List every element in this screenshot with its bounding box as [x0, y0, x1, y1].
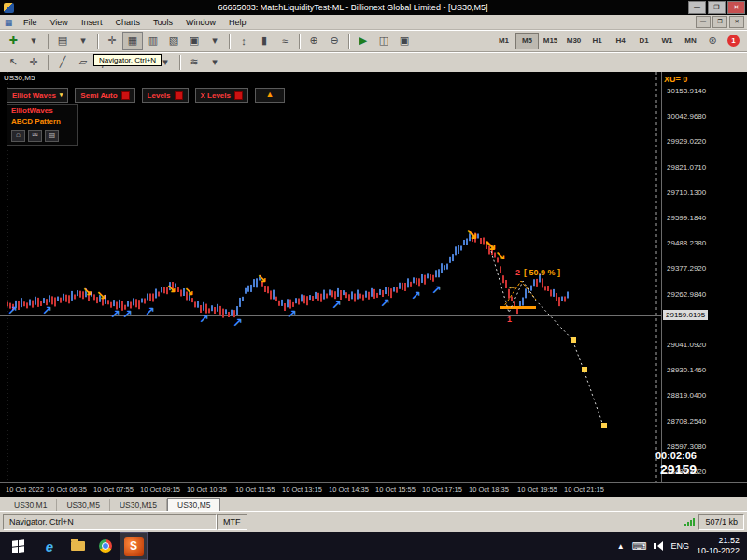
search-icon[interactable]: ⊛ — [702, 32, 723, 50]
candle — [357, 290, 359, 300]
panel-button-label: X Levels — [201, 91, 231, 100]
taskbar-trading-app-button[interactable]: S — [120, 532, 148, 560]
candle — [141, 299, 143, 303]
taskbar-ie-button[interactable]: e — [35, 532, 63, 560]
chart-plot[interactable]: ↘↘↘↘↘↘↘↘↗↗↗↗↗↗↗↗↗↗↗↗12[ 50.9 % ]↔ — [0, 72, 661, 482]
timeframe-m1[interactable]: M1 — [492, 33, 515, 49]
crosshair-icon[interactable]: ✛ — [102, 32, 122, 50]
connection-status: 507/1 kb — [698, 514, 744, 530]
buy-signal-arrow-icon: ↗ — [42, 303, 52, 317]
candle — [432, 275, 434, 282]
taskbar-clock[interactable]: 21:52 10-10-2022 — [697, 536, 740, 556]
candle — [222, 309, 224, 318]
touch-keyboard-icon[interactable]: ⌨ — [632, 540, 647, 553]
triangle-button[interactable]: ▲ — [255, 88, 285, 103]
channel-tool-icon[interactable]: ▱ — [73, 53, 93, 72]
chart-tab-us30-m5[interactable]: US30,M5 — [167, 498, 220, 511]
candle — [287, 299, 289, 307]
chart-tab-us30-m15[interactable]: US30,M15 — [110, 499, 167, 511]
panel-button-x-levels[interactable]: X Levels — [195, 88, 248, 103]
window-title: 66665083: MatchLiquidityTest-ML - Billio… — [18, 3, 688, 12]
menu-tools[interactable]: Tools — [147, 18, 179, 27]
bar-chart-icon[interactable]: ↕ — [233, 32, 254, 50]
timeframe-h4[interactable]: H4 — [609, 33, 632, 49]
indicator-dropdown-icons: ⌂✉▤ — [8, 128, 76, 144]
panel-button-elliot-waves[interactable]: Elliot Waves▾ — [7, 88, 68, 103]
candle — [63, 294, 64, 301]
new-chart-icon[interactable]: ▣ — [184, 32, 204, 50]
dropdown-item-abcd-pattern[interactable]: ABCD Pattern — [8, 117, 76, 128]
candle — [158, 292, 160, 297]
minimize-button[interactable]: — — [688, 1, 706, 14]
candle — [133, 298, 134, 305]
toolbar-separator — [229, 34, 230, 49]
timeframe-d1[interactable]: D1 — [632, 33, 655, 49]
start-button[interactable] — [0, 532, 35, 560]
chart-tab-us30-m5[interactable]: US30,M5 — [57, 499, 109, 511]
zoom-in-icon[interactable]: ⊕ — [303, 32, 324, 50]
mail-icon[interactable]: ✉ — [28, 130, 42, 142]
chevron-down-icon: ▾ — [60, 91, 63, 99]
candlestick-chart-icon[interactable]: ▮ — [254, 32, 275, 50]
tray-expand-icon[interactable]: ▲ — [617, 542, 625, 551]
menu-file[interactable]: File — [17, 18, 44, 27]
indicators-dropdown-icon[interactable]: ▾ — [204, 53, 225, 72]
trendline-tool-icon[interactable]: ╱ — [52, 53, 73, 72]
mdi-restore-button[interactable]: ❐ — [712, 16, 727, 28]
timeframe-m15[interactable]: M15 — [539, 33, 562, 49]
indicators-icon[interactable]: ≋ — [184, 53, 204, 72]
navigator-icon[interactable]: ▦ — [122, 32, 143, 50]
cursor-tool-icon[interactable]: ↖ — [3, 53, 23, 72]
cascade-windows-icon[interactable]: ▣ — [394, 32, 415, 50]
candle — [337, 288, 339, 297]
new-order-dropdown-icon[interactable]: ▾ — [23, 32, 44, 50]
timeframe-w1[interactable]: W1 — [655, 33, 679, 49]
chart-area[interactable]: ↘↘↘↘↘↘↘↘↗↗↗↗↗↗↗↗↗↗↗↗12[ 50.9 % ]↔ US30,M… — [0, 72, 747, 497]
volume-icon[interactable] — [654, 541, 663, 551]
maximize-button[interactable]: ❐ — [708, 1, 726, 14]
candle — [163, 287, 165, 293]
close-button[interactable]: ✕ — [727, 1, 745, 14]
menu-grid-icon[interactable]: ▤ — [45, 130, 59, 142]
mdi-minimize-button[interactable]: — — [696, 16, 711, 28]
timeframe-m30[interactable]: M30 — [562, 33, 585, 49]
candle — [113, 300, 115, 306]
chart-dropdown-icon[interactable]: ▾ — [204, 32, 225, 50]
auto-trading-icon[interactable]: ▶ — [353, 32, 374, 50]
mdi-close-button[interactable]: ✕ — [729, 16, 744, 28]
candle — [155, 289, 157, 299]
taskbar-chrome-button[interactable] — [92, 532, 120, 560]
menu-window[interactable]: Window — [179, 18, 222, 27]
timeframe-h1[interactable]: H1 — [585, 33, 609, 49]
new-order-icon[interactable]: ✚ — [3, 32, 23, 50]
strategy-tester-icon[interactable]: ▧ — [163, 32, 184, 50]
candle — [211, 305, 213, 311]
language-indicator[interactable]: ENG — [670, 541, 689, 551]
timeframe-m5[interactable]: M5 — [515, 33, 539, 49]
menu-view[interactable]: View — [44, 18, 75, 27]
folder-icon — [71, 541, 85, 551]
panel-button-levels[interactable]: Levels — [142, 88, 189, 103]
candle — [550, 290, 552, 297]
dropdown-item-elliotwaves[interactable]: ElliotWaves — [8, 105, 76, 117]
profiles-dropdown-icon[interactable]: ▾ — [73, 32, 93, 50]
candle — [144, 299, 146, 304]
menu-insert[interactable]: Insert — [75, 18, 109, 27]
candle — [281, 300, 283, 306]
menu-charts[interactable]: Charts — [108, 18, 147, 27]
home-icon[interactable]: ⌂ — [11, 130, 25, 142]
panel-button-semi-auto[interactable]: Semi Auto — [75, 88, 134, 103]
crosshair-tool-icon[interactable]: ✛ — [23, 53, 44, 72]
timeframe-mn[interactable]: MN — [679, 33, 702, 49]
terminal-icon[interactable]: ▥ — [143, 32, 163, 50]
notification-badge[interactable]: 1 — [727, 35, 740, 47]
toolbar-separator — [48, 55, 49, 70]
candle — [18, 301, 20, 310]
tile-windows-icon[interactable]: ◫ — [374, 32, 394, 50]
chart-tab-us30-m1[interactable]: US30,M1 — [5, 499, 57, 511]
profiles-icon[interactable]: ▤ — [52, 32, 73, 50]
menu-help[interactable]: Help — [222, 18, 253, 27]
line-chart-icon[interactable]: ≈ — [275, 32, 295, 50]
zoom-out-icon[interactable]: ⊖ — [324, 32, 345, 50]
taskbar-explorer-button[interactable] — [63, 532, 92, 560]
